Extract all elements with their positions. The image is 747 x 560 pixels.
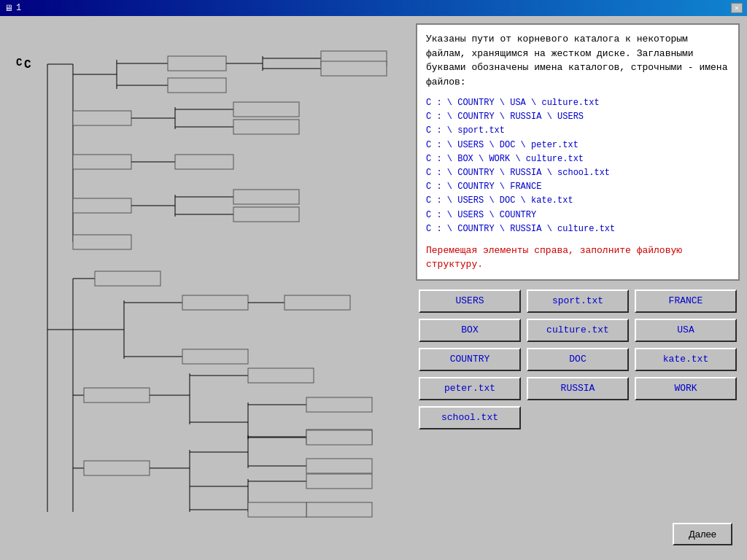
tree-area: C C xyxy=(0,16,409,560)
right-panel: Указаны пути от корневого каталога к нек… xyxy=(409,16,747,560)
item-btn-culture-txt[interactable]: culture.txt xyxy=(527,319,629,342)
svg-rect-10 xyxy=(168,78,226,93)
svg-rect-57 xyxy=(248,368,314,383)
svg-rect-53 xyxy=(84,388,150,402)
items-grid: USERSsport.txtFRANCEBOXculture.txtUSACOU… xyxy=(416,287,740,432)
drag-instruction: Перемещая элементы справа, заполните фай… xyxy=(426,244,729,272)
info-box: Указаны пути от корневого каталога к нек… xyxy=(416,23,740,281)
title-bar-left: 🖥 1 xyxy=(4,3,21,14)
item-btn-FRANCE[interactable]: FRANCE xyxy=(635,289,737,313)
svg-rect-26 xyxy=(73,155,131,169)
svg-rect-81 xyxy=(248,502,306,517)
svg-rect-61 xyxy=(306,397,372,412)
window-title: 1 xyxy=(16,3,21,13)
main-content: C C xyxy=(0,16,747,560)
item-btn-school-txt[interactable]: school.txt xyxy=(419,406,521,429)
svg-text:C: C xyxy=(24,58,31,71)
tree-svg: C C xyxy=(0,16,409,560)
item-btn-USA[interactable]: USA xyxy=(635,319,737,342)
instruction-text: Указаны пути от корневого каталога к нек… xyxy=(426,32,729,89)
svg-rect-43 xyxy=(95,271,160,286)
svg-rect-18 xyxy=(73,111,131,125)
title-bar: 🖥 1 ✕ xyxy=(0,0,747,16)
item-btn-kate-txt[interactable]: kate.txt xyxy=(635,348,737,371)
window-icon: 🖥 xyxy=(4,3,13,14)
item-btn-RUSSIA[interactable]: RUSSIA xyxy=(527,377,629,400)
svg-rect-51 xyxy=(285,295,350,310)
svg-rect-73 xyxy=(306,459,372,473)
svg-rect-22 xyxy=(233,102,299,117)
svg-rect-38 xyxy=(73,235,131,249)
item-btn-sport-txt[interactable]: sport.txt xyxy=(527,289,629,313)
item-btn-COUNTRY[interactable]: COUNTRY xyxy=(419,348,521,371)
svg-rect-79 xyxy=(306,502,372,517)
close-button[interactable]: ✕ xyxy=(731,3,743,13)
bottom-row: Далее xyxy=(416,520,740,553)
svg-rect-47 xyxy=(182,295,248,310)
svg-rect-77 xyxy=(306,474,372,489)
item-btn-DOC[interactable]: DOC xyxy=(527,348,629,371)
next-button[interactable]: Далее xyxy=(673,523,732,545)
svg-rect-16 xyxy=(321,61,387,76)
item-btn-BOX[interactable]: BOX xyxy=(419,319,521,342)
item-btn-WORK[interactable]: WORK xyxy=(635,377,737,400)
item-btn-peter-txt[interactable]: peter.txt xyxy=(419,377,521,400)
svg-rect-24 xyxy=(233,120,299,134)
svg-rect-49 xyxy=(182,349,248,364)
item-btn-USERS[interactable]: USERS xyxy=(419,289,521,313)
svg-rect-36 xyxy=(233,207,299,222)
svg-rect-30 xyxy=(73,198,131,213)
svg-rect-8 xyxy=(168,56,226,71)
svg-rect-65 xyxy=(84,461,150,475)
svg-rect-28 xyxy=(175,155,233,169)
svg-rect-34 xyxy=(233,190,299,204)
root-label: C xyxy=(16,57,22,69)
svg-rect-71 xyxy=(306,430,372,445)
paths-list: C : \ COUNTRY \ USA \ culture.txtC : \ C… xyxy=(426,96,729,236)
